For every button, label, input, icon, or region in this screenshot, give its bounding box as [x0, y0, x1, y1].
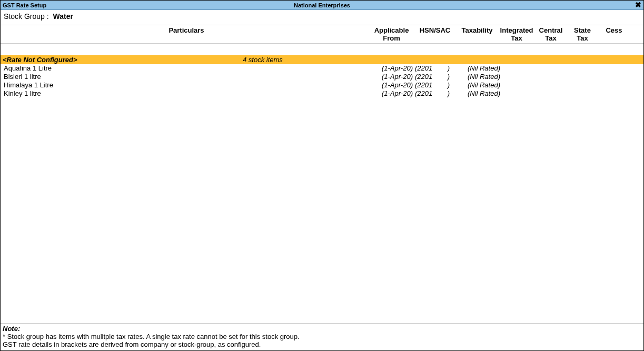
col-header-applicable: Applicable From	[369, 26, 414, 42]
note-line-1: * Stock group has items with mulitple ta…	[3, 333, 641, 340]
item-taxability: (Nil Rated)	[456, 64, 502, 73]
col-header-central-l1: Central	[539, 26, 563, 34]
close-icon[interactable]: ✖	[635, 1, 641, 9]
titlebar-center-title: National Enterprises	[294, 2, 350, 8]
col-header-state-l2: Tax	[577, 34, 588, 42]
note-section: Note: * Stock group has items with mulit…	[1, 323, 643, 350]
item-hsn: (2201)	[414, 89, 456, 98]
grid-body: <Rate Not Configured> 4 stock items Aqua…	[1, 44, 643, 323]
item-taxability: (Nil Rated)	[456, 73, 502, 81]
stock-group-row: Stock Group : Water	[1, 10, 643, 25]
item-hsn: (2201)	[414, 81, 456, 89]
column-header-row: Particulars Applicable From HSN/SAC Taxa…	[1, 25, 643, 44]
col-header-central-l2: Tax	[545, 34, 556, 42]
item-applicable-from: (1-Apr-20)	[369, 89, 414, 98]
group-title: <Rate Not Configured>	[1, 55, 243, 64]
item-applicable-from: (1-Apr-20)	[369, 81, 414, 89]
col-header-state-l1: State	[574, 26, 591, 34]
col-header-hsn: HSN/SAC	[414, 26, 456, 34]
item-hsn: (2201)	[414, 64, 456, 73]
note-title: Note:	[3, 325, 641, 333]
table-row[interactable]: Aquafina 1 Litre(1-Apr-20)(2201)(Nil Rat…	[1, 64, 643, 73]
table-row[interactable]: Bisleri 1 litre(1-Apr-20)(2201)(Nil Rate…	[1, 73, 643, 81]
group-count: 4 stock items	[243, 55, 374, 64]
table-row[interactable]: Himalaya 1 Litre(1-Apr-20)(2201)(Nil Rat…	[1, 81, 643, 89]
item-name: Aquafina 1 Litre	[1, 64, 369, 73]
col-header-taxability: Taxability	[456, 26, 498, 34]
group-header-row[interactable]: <Rate Not Configured> 4 stock items	[1, 55, 643, 64]
item-name: Bisleri 1 litre	[1, 73, 369, 81]
spacer-row	[1, 44, 643, 55]
item-applicable-from: (1-Apr-20)	[369, 64, 414, 73]
col-header-state: State Tax	[567, 26, 598, 42]
item-name: Himalaya 1 Litre	[1, 81, 369, 89]
titlebar: GST Rate Setup National Enterprises ✖	[1, 1, 643, 10]
col-header-particulars: Particulars	[1, 26, 369, 34]
col-header-integrated: Integrated Tax	[498, 26, 535, 42]
stock-group-label: Stock Group :	[4, 12, 49, 21]
col-header-integrated-l1: Integrated	[500, 26, 533, 34]
col-header-cess: Cess	[598, 26, 630, 34]
titlebar-left-title: GST Rate Setup	[3, 2, 46, 8]
item-name: Kinley 1 litre	[1, 89, 369, 98]
item-applicable-from: (1-Apr-20)	[369, 73, 414, 81]
note-line-2: GST rate details in brackets are derived…	[3, 340, 641, 348]
col-header-central: Central Tax	[535, 26, 567, 42]
item-hsn: (2201)	[414, 73, 456, 81]
item-taxability: (Nil Rated)	[456, 81, 502, 89]
col-header-applicable-l1: Applicable	[374, 26, 409, 34]
col-header-applicable-l2: From	[383, 34, 400, 42]
col-header-integrated-l2: Tax	[511, 34, 522, 42]
stock-group-value: Water	[53, 12, 73, 21]
item-taxability: (Nil Rated)	[456, 89, 502, 98]
table-row[interactable]: Kinley 1 litre(1-Apr-20)(2201)(Nil Rated…	[1, 89, 643, 98]
